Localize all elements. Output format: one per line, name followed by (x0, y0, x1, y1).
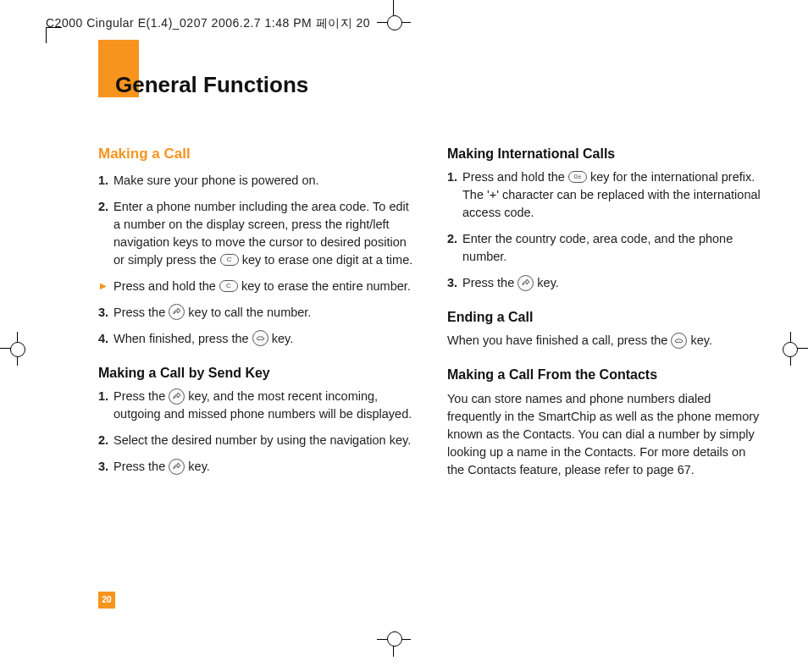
page-number: 20 (98, 592, 115, 609)
step-number: 1. (98, 388, 108, 405)
heading-ending-call: Ending a Call (447, 307, 766, 327)
sendkey-step-3: 3. Press the key. (98, 458, 417, 476)
step-text: Make sure your phone is powered on. (113, 174, 319, 187)
crop-mark-left-icon (0, 332, 25, 366)
crop-corner-icon (46, 27, 62, 43)
heading-contacts: Making a Call From the Contacts (447, 365, 766, 384)
clear-key-icon: C (220, 254, 239, 266)
intl-step-3: 3. Press the key. (447, 274, 766, 292)
end-key-icon (252, 330, 268, 346)
crop-mark-right-icon (783, 332, 808, 366)
heading-send-key: Making a Call by Send Key (98, 363, 417, 383)
step-text: key to call the number. (188, 306, 311, 319)
step-text: Press the (113, 460, 169, 473)
ending-call-text: When you have finished a call, press the… (447, 332, 766, 350)
send-key-icon (517, 275, 534, 291)
sendkey-step-2: 2. Select the desired number by using th… (98, 432, 417, 449)
clear-key-icon: C (219, 280, 238, 292)
step-text: key. (537, 276, 559, 289)
step-3: 3. Press the key to call the number. (98, 304, 417, 322)
intl-step-1: 1. Press and hold the 0± key for the int… (447, 168, 766, 222)
step-number: 1. (447, 168, 457, 186)
sendkey-step-1: 1. Press the key, and the most recent in… (98, 388, 417, 423)
step-text: Enter the country code, area code, and t… (462, 232, 733, 263)
step-text: Select the desired number by using the n… (113, 433, 411, 447)
step-text: Press the (462, 276, 517, 289)
step-number: 3. (98, 458, 108, 476)
end-key-icon (671, 333, 687, 349)
step-text: key to erase one digit at a time. (242, 253, 413, 267)
step-1: 1. Make sure your phone is powered on. (98, 172, 417, 190)
step-number: 2. (98, 432, 108, 449)
heading-international: Making International Calls (447, 144, 766, 163)
step-number: 2. (447, 230, 457, 248)
step-2: 2. Enter a phone number including the ar… (98, 198, 417, 269)
step-number: 3. (447, 274, 457, 292)
intl-step-2: 2. Enter the country code, area code, an… (447, 230, 766, 266)
heading-making-a-call: Making a Call (98, 144, 417, 165)
bullet-text: key to erase the entire number. (241, 279, 411, 293)
step-text: Press the (113, 306, 169, 319)
left-column: Making a Call 1. Make sure your phone is… (98, 144, 417, 487)
step-text: When finished, press the (113, 332, 252, 345)
send-key-icon (169, 304, 185, 320)
bullet-erase-all: Press and hold the C key to erase the en… (98, 278, 417, 295)
step-number: 1. (98, 172, 108, 190)
step-text: key. (188, 460, 210, 473)
zero-key-icon: 0± (568, 171, 587, 183)
step-number: 4. (98, 330, 108, 348)
crop-mark-top-icon (377, 0, 411, 25)
right-column: Making International Calls 1. Press and … (447, 144, 766, 487)
step-text: Press and hold the (462, 170, 568, 184)
send-key-icon (169, 459, 185, 475)
print-header-slug: C2000 Cingular E(1.4)_0207 2006.2.7 1:48… (46, 16, 370, 31)
para-text: key. (690, 333, 712, 347)
step-4: 4. When finished, press the key. (98, 330, 417, 348)
para-text: When you have finished a call, press the (447, 333, 671, 347)
step-number: 3. (98, 304, 108, 322)
step-text: key. (272, 332, 294, 345)
bullet-text: Press and hold the (113, 279, 219, 293)
send-key-icon (169, 388, 185, 405)
step-number: 2. (98, 198, 108, 216)
page-title: General Functions (115, 72, 308, 98)
contacts-text: You can store names and phone numbers di… (447, 390, 766, 479)
content-area: Making a Call 1. Make sure your phone is… (98, 144, 767, 487)
step-text: Press the (113, 389, 169, 403)
crop-mark-bottom-icon (377, 631, 411, 657)
